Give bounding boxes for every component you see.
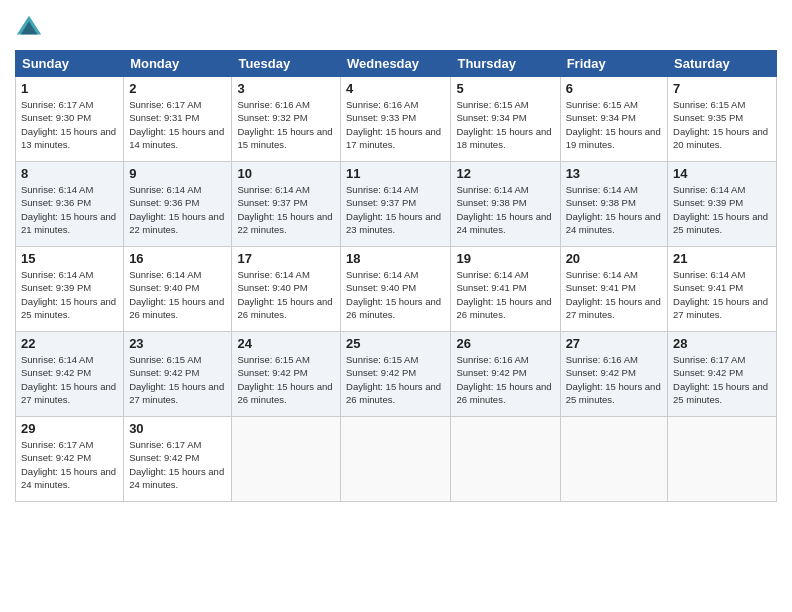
weekday-header: Tuesday — [232, 51, 341, 77]
day-info: Sunrise: 6:15 AMSunset: 9:42 PMDaylight:… — [129, 353, 226, 406]
day-number: 17 — [237, 251, 335, 266]
day-info: Sunrise: 6:16 AMSunset: 9:42 PMDaylight:… — [456, 353, 554, 406]
calendar-day-cell: 20Sunrise: 6:14 AMSunset: 9:41 PMDayligh… — [560, 247, 667, 332]
day-number: 26 — [456, 336, 554, 351]
calendar-day-cell: 21Sunrise: 6:14 AMSunset: 9:41 PMDayligh… — [668, 247, 777, 332]
day-number: 16 — [129, 251, 226, 266]
calendar-table: SundayMondayTuesdayWednesdayThursdayFrid… — [15, 50, 777, 502]
day-number: 30 — [129, 421, 226, 436]
day-number: 28 — [673, 336, 771, 351]
day-info: Sunrise: 6:17 AMSunset: 9:42 PMDaylight:… — [21, 438, 118, 491]
header — [15, 10, 777, 42]
calendar-day-cell: 26Sunrise: 6:16 AMSunset: 9:42 PMDayligh… — [451, 332, 560, 417]
calendar-week-row: 22Sunrise: 6:14 AMSunset: 9:42 PMDayligh… — [16, 332, 777, 417]
calendar-day-cell: 7Sunrise: 6:15 AMSunset: 9:35 PMDaylight… — [668, 77, 777, 162]
calendar-week-row: 29Sunrise: 6:17 AMSunset: 9:42 PMDayligh… — [16, 417, 777, 502]
day-info: Sunrise: 6:14 AMSunset: 9:41 PMDaylight:… — [566, 268, 662, 321]
calendar-day-cell — [560, 417, 667, 502]
logo-icon — [15, 14, 43, 42]
day-info: Sunrise: 6:14 AMSunset: 9:37 PMDaylight:… — [237, 183, 335, 236]
day-info: Sunrise: 6:15 AMSunset: 9:34 PMDaylight:… — [456, 98, 554, 151]
logo — [15, 14, 45, 42]
calendar-week-row: 1Sunrise: 6:17 AMSunset: 9:30 PMDaylight… — [16, 77, 777, 162]
calendar-day-cell: 19Sunrise: 6:14 AMSunset: 9:41 PMDayligh… — [451, 247, 560, 332]
weekday-header: Friday — [560, 51, 667, 77]
calendar-day-cell: 3Sunrise: 6:16 AMSunset: 9:32 PMDaylight… — [232, 77, 341, 162]
day-number: 7 — [673, 81, 771, 96]
day-info: Sunrise: 6:14 AMSunset: 9:42 PMDaylight:… — [21, 353, 118, 406]
day-info: Sunrise: 6:14 AMSunset: 9:36 PMDaylight:… — [129, 183, 226, 236]
calendar-day-cell: 30Sunrise: 6:17 AMSunset: 9:42 PMDayligh… — [124, 417, 232, 502]
day-number: 5 — [456, 81, 554, 96]
calendar-day-cell: 29Sunrise: 6:17 AMSunset: 9:42 PMDayligh… — [16, 417, 124, 502]
day-number: 8 — [21, 166, 118, 181]
calendar-day-cell: 28Sunrise: 6:17 AMSunset: 9:42 PMDayligh… — [668, 332, 777, 417]
day-info: Sunrise: 6:16 AMSunset: 9:33 PMDaylight:… — [346, 98, 445, 151]
day-number: 18 — [346, 251, 445, 266]
calendar-day-cell: 5Sunrise: 6:15 AMSunset: 9:34 PMDaylight… — [451, 77, 560, 162]
calendar-day-cell: 27Sunrise: 6:16 AMSunset: 9:42 PMDayligh… — [560, 332, 667, 417]
day-number: 21 — [673, 251, 771, 266]
day-info: Sunrise: 6:16 AMSunset: 9:42 PMDaylight:… — [566, 353, 662, 406]
calendar-day-cell: 22Sunrise: 6:14 AMSunset: 9:42 PMDayligh… — [16, 332, 124, 417]
day-number: 29 — [21, 421, 118, 436]
day-number: 19 — [456, 251, 554, 266]
day-info: Sunrise: 6:17 AMSunset: 9:42 PMDaylight:… — [129, 438, 226, 491]
day-info: Sunrise: 6:15 AMSunset: 9:35 PMDaylight:… — [673, 98, 771, 151]
day-number: 13 — [566, 166, 662, 181]
calendar-day-cell — [451, 417, 560, 502]
calendar-day-cell: 2Sunrise: 6:17 AMSunset: 9:31 PMDaylight… — [124, 77, 232, 162]
day-number: 10 — [237, 166, 335, 181]
weekday-header-row: SundayMondayTuesdayWednesdayThursdayFrid… — [16, 51, 777, 77]
day-info: Sunrise: 6:17 AMSunset: 9:42 PMDaylight:… — [673, 353, 771, 406]
page: SundayMondayTuesdayWednesdayThursdayFrid… — [0, 0, 792, 612]
calendar-week-row: 8Sunrise: 6:14 AMSunset: 9:36 PMDaylight… — [16, 162, 777, 247]
day-info: Sunrise: 6:15 AMSunset: 9:42 PMDaylight:… — [346, 353, 445, 406]
day-info: Sunrise: 6:14 AMSunset: 9:41 PMDaylight:… — [456, 268, 554, 321]
day-number: 3 — [237, 81, 335, 96]
calendar-day-cell: 11Sunrise: 6:14 AMSunset: 9:37 PMDayligh… — [341, 162, 451, 247]
calendar-day-cell: 8Sunrise: 6:14 AMSunset: 9:36 PMDaylight… — [16, 162, 124, 247]
day-info: Sunrise: 6:15 AMSunset: 9:42 PMDaylight:… — [237, 353, 335, 406]
day-number: 9 — [129, 166, 226, 181]
day-number: 4 — [346, 81, 445, 96]
weekday-header: Monday — [124, 51, 232, 77]
day-info: Sunrise: 6:15 AMSunset: 9:34 PMDaylight:… — [566, 98, 662, 151]
calendar-day-cell: 16Sunrise: 6:14 AMSunset: 9:40 PMDayligh… — [124, 247, 232, 332]
day-number: 25 — [346, 336, 445, 351]
day-info: Sunrise: 6:14 AMSunset: 9:39 PMDaylight:… — [673, 183, 771, 236]
day-info: Sunrise: 6:14 AMSunset: 9:41 PMDaylight:… — [673, 268, 771, 321]
day-number: 11 — [346, 166, 445, 181]
weekday-header: Saturday — [668, 51, 777, 77]
calendar-day-cell — [668, 417, 777, 502]
calendar-day-cell: 4Sunrise: 6:16 AMSunset: 9:33 PMDaylight… — [341, 77, 451, 162]
day-number: 6 — [566, 81, 662, 96]
calendar-day-cell — [341, 417, 451, 502]
weekday-header: Thursday — [451, 51, 560, 77]
day-number: 23 — [129, 336, 226, 351]
day-number: 27 — [566, 336, 662, 351]
calendar-day-cell: 18Sunrise: 6:14 AMSunset: 9:40 PMDayligh… — [341, 247, 451, 332]
day-info: Sunrise: 6:14 AMSunset: 9:39 PMDaylight:… — [21, 268, 118, 321]
day-number: 12 — [456, 166, 554, 181]
day-info: Sunrise: 6:14 AMSunset: 9:40 PMDaylight:… — [129, 268, 226, 321]
calendar-day-cell: 1Sunrise: 6:17 AMSunset: 9:30 PMDaylight… — [16, 77, 124, 162]
calendar-day-cell: 17Sunrise: 6:14 AMSunset: 9:40 PMDayligh… — [232, 247, 341, 332]
weekday-header: Wednesday — [341, 51, 451, 77]
day-info: Sunrise: 6:17 AMSunset: 9:30 PMDaylight:… — [21, 98, 118, 151]
calendar-day-cell: 14Sunrise: 6:14 AMSunset: 9:39 PMDayligh… — [668, 162, 777, 247]
calendar-day-cell: 12Sunrise: 6:14 AMSunset: 9:38 PMDayligh… — [451, 162, 560, 247]
calendar-day-cell: 13Sunrise: 6:14 AMSunset: 9:38 PMDayligh… — [560, 162, 667, 247]
day-number: 2 — [129, 81, 226, 96]
day-info: Sunrise: 6:17 AMSunset: 9:31 PMDaylight:… — [129, 98, 226, 151]
calendar-day-cell: 24Sunrise: 6:15 AMSunset: 9:42 PMDayligh… — [232, 332, 341, 417]
day-info: Sunrise: 6:14 AMSunset: 9:40 PMDaylight:… — [237, 268, 335, 321]
calendar-day-cell: 6Sunrise: 6:15 AMSunset: 9:34 PMDaylight… — [560, 77, 667, 162]
day-info: Sunrise: 6:14 AMSunset: 9:38 PMDaylight:… — [456, 183, 554, 236]
day-number: 20 — [566, 251, 662, 266]
day-info: Sunrise: 6:14 AMSunset: 9:36 PMDaylight:… — [21, 183, 118, 236]
day-info: Sunrise: 6:14 AMSunset: 9:38 PMDaylight:… — [566, 183, 662, 236]
day-info: Sunrise: 6:14 AMSunset: 9:40 PMDaylight:… — [346, 268, 445, 321]
day-info: Sunrise: 6:14 AMSunset: 9:37 PMDaylight:… — [346, 183, 445, 236]
calendar-day-cell: 9Sunrise: 6:14 AMSunset: 9:36 PMDaylight… — [124, 162, 232, 247]
